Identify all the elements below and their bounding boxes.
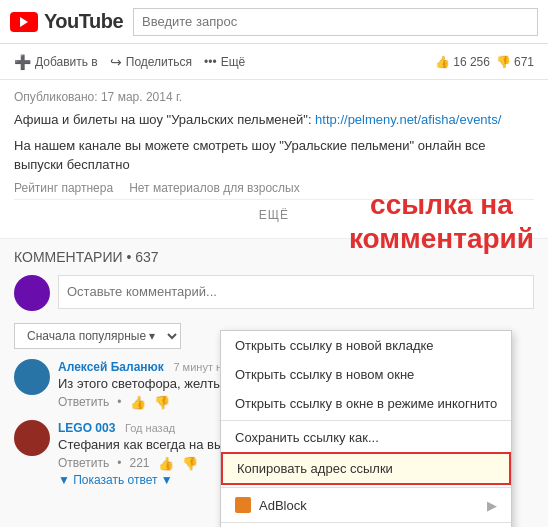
thumbs-up-icon: 👍 xyxy=(435,55,450,69)
ctx-separator2 xyxy=(221,487,511,488)
header: YouTube xyxy=(0,0,548,44)
meta-row: Рейтинг партнера Нет материалов для взро… xyxy=(14,181,534,195)
ctx-adblock-label: AdBlock xyxy=(259,498,307,513)
ctx-separator3 xyxy=(221,522,511,523)
like-count: 16 256 xyxy=(453,55,490,69)
rating-partner: Рейтинг партнера xyxy=(14,181,113,195)
ctx-open-new-window-label: Открыть ссылку в новом окне xyxy=(235,367,414,382)
thumbs-down-icon: 👎 xyxy=(496,55,511,69)
description-link[interactable]: http://pelmeny.net/afisha/events/ xyxy=(315,112,501,127)
youtube-logo-icon xyxy=(10,12,38,32)
ctx-open-new-window[interactable]: Открыть ссылку в новом окне xyxy=(221,360,511,389)
comments-count: 637 xyxy=(135,249,158,265)
ctx-adblock[interactable]: AdBlock ▶ xyxy=(221,490,511,520)
adult-content: Нет материалов для взрослых xyxy=(129,181,300,195)
ctx-open-incognito[interactable]: Открыть ссылку в окне в режиме инкогнито xyxy=(221,389,511,418)
adblock-icon xyxy=(235,497,251,513)
share-icon: ↪ xyxy=(110,54,122,70)
video-description: Опубликовано: 17 мар. 2014 г. Афиша и би… xyxy=(0,80,548,239)
add-icon: ➕ xyxy=(14,54,31,70)
chevron-down-icon: ▼ xyxy=(58,473,73,487)
comment1-like-icon[interactable]: 👍 xyxy=(130,395,146,410)
comment2-likes: 221 xyxy=(130,456,150,470)
ctx-save-link-label: Сохранить ссылку как... xyxy=(235,430,379,445)
ctx-open-incognito-label: Открыть ссылку в окне в режиме инкогнито xyxy=(235,396,497,411)
add-label: Добавить в xyxy=(35,55,98,69)
like-button[interactable]: 👍 16 256 xyxy=(435,55,490,69)
description-text2: На нашем канале вы можете смотреть шоу "… xyxy=(14,136,534,175)
like-area: 👍 16 256 👎 671 xyxy=(435,55,534,69)
more-button[interactable]: ••• Ещё xyxy=(204,55,245,69)
add-button[interactable]: ➕ Добавить в xyxy=(14,54,98,70)
share-label: Поделиться xyxy=(126,55,192,69)
comment1-dislike-icon[interactable]: 👎 xyxy=(154,395,170,410)
publish-date: Опубликовано: 17 мар. 2014 г. xyxy=(14,90,534,104)
dislike-button[interactable]: 👎 671 xyxy=(496,55,534,69)
comment2-author[interactable]: LEGO 003 xyxy=(58,421,115,435)
more-label: Ещё xyxy=(221,55,246,69)
comment1-avatar xyxy=(14,359,50,395)
comment2-time: Год назад xyxy=(125,422,175,434)
more-dots: ••• xyxy=(204,55,217,69)
ctx-copy-link-label: Копировать адрес ссылки xyxy=(237,461,393,476)
comment2-like-icon[interactable]: 👍 xyxy=(158,456,174,471)
description-text: Афиша и билеты на шоу "Уральских пельмен… xyxy=(14,110,534,130)
comments-label: КОММЕНТАРИИ • xyxy=(14,249,135,265)
ctx-separator1 xyxy=(221,420,511,421)
comment2-avatar xyxy=(14,420,50,456)
comment1-reply[interactable]: Ответить xyxy=(58,395,109,409)
show-reply-label: Показать ответ ▼ xyxy=(73,473,172,487)
dislike-count: 671 xyxy=(514,55,534,69)
toolbar: ➕ Добавить в ↪ Поделиться ••• Ещё 👍 16 2… xyxy=(0,44,548,80)
comment2-dislike-icon[interactable]: 👎 xyxy=(182,456,198,471)
sort-select[interactable]: Сначала популярные ▾ xyxy=(14,323,181,349)
comment-input[interactable] xyxy=(58,275,534,309)
comment1-author[interactable]: Алексей Баланюк xyxy=(58,360,164,374)
ctx-copy-link[interactable]: Копировать адрес ссылки xyxy=(221,452,511,485)
comment2-reply[interactable]: Ответить xyxy=(58,456,109,470)
ctx-adblock-arrow: ▶ xyxy=(487,498,497,513)
comments-header: КОММЕНТАРИИ • 637 xyxy=(14,249,534,265)
youtube-logo-text: YouTube xyxy=(44,10,123,33)
ctx-open-new-tab[interactable]: Открыть ссылку в новой вкладке xyxy=(221,331,511,360)
search-input[interactable] xyxy=(133,8,538,36)
ctx-save-link[interactable]: Сохранить ссылку как... xyxy=(221,423,511,452)
comment-input-row xyxy=(14,275,534,311)
ctx-open-new-tab-label: Открыть ссылку в новой вкладке xyxy=(235,338,434,353)
current-user-avatar xyxy=(14,275,50,311)
context-menu: Открыть ссылку в новой вкладке Открыть с… xyxy=(220,330,512,527)
logo-area: YouTube xyxy=(10,10,123,33)
show-more-button[interactable]: ЕЩЁ xyxy=(14,199,534,230)
share-button[interactable]: ↪ Поделиться xyxy=(110,54,192,70)
